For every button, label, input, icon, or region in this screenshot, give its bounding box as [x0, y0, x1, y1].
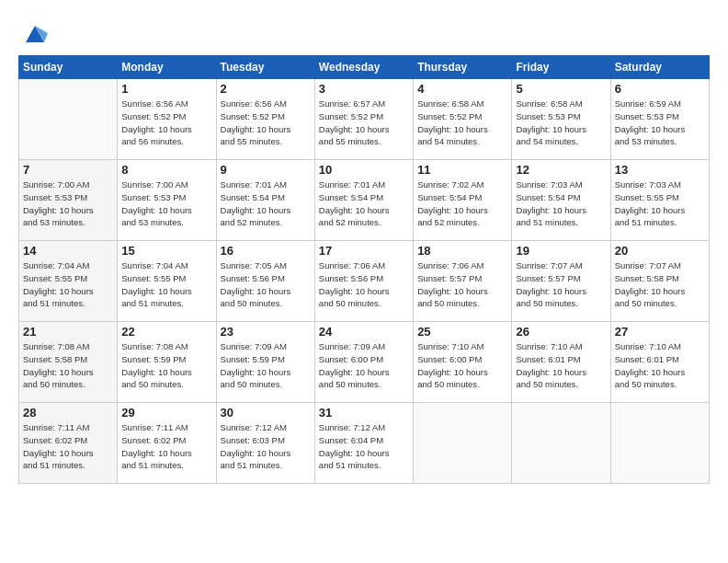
days-of-week-row: SundayMondayTuesdayWednesdayThursdayFrid… — [19, 56, 710, 79]
day-info: Sunrise: 6:57 AM Sunset: 5:52 PM Dayligh… — [319, 98, 409, 148]
calendar-cell: 22Sunrise: 7:08 AM Sunset: 5:59 PM Dayli… — [118, 322, 216, 403]
day-info: Sunrise: 7:12 AM Sunset: 6:03 PM Dayligh… — [221, 421, 311, 472]
calendar-cell: 7Sunrise: 7:00 AM Sunset: 5:53 PM Daylig… — [19, 160, 118, 241]
day-info: Sunrise: 6:56 AM Sunset: 5:52 PM Dayligh… — [121, 98, 211, 148]
calendar-cell: 1Sunrise: 6:56 AM Sunset: 5:52 PM Daylig… — [118, 79, 216, 160]
calendar-cell: 13Sunrise: 7:03 AM Sunset: 5:55 PM Dayli… — [610, 160, 709, 241]
calendar-week-row: 14Sunrise: 7:04 AM Sunset: 5:55 PM Dayli… — [19, 241, 710, 322]
day-info: Sunrise: 7:07 AM Sunset: 5:58 PM Dayligh… — [615, 259, 705, 310]
calendar-week-row: 1Sunrise: 6:56 AM Sunset: 5:52 PM Daylig… — [19, 79, 710, 160]
day-info: Sunrise: 7:06 AM Sunset: 5:56 PM Dayligh… — [319, 259, 409, 310]
day-info: Sunrise: 7:10 AM Sunset: 6:01 PM Dayligh… — [615, 340, 705, 391]
calendar-cell: 9Sunrise: 7:01 AM Sunset: 5:54 PM Daylig… — [216, 160, 314, 241]
day-number: 11 — [417, 163, 507, 177]
calendar-table: SundayMondayTuesdayWednesdayThursdayFrid… — [18, 55, 710, 484]
day-number: 7 — [23, 163, 113, 177]
day-of-week-header: Wednesday — [314, 56, 413, 79]
day-info: Sunrise: 7:01 AM Sunset: 5:54 PM Dayligh… — [319, 178, 409, 229]
calendar-header: SundayMondayTuesdayWednesdayThursdayFrid… — [19, 56, 710, 79]
day-info: Sunrise: 6:59 AM Sunset: 5:53 PM Dayligh… — [615, 98, 705, 148]
calendar-cell: 5Sunrise: 6:58 AM Sunset: 5:53 PM Daylig… — [512, 79, 610, 160]
day-info: Sunrise: 7:09 AM Sunset: 6:00 PM Dayligh… — [319, 340, 409, 391]
calendar-cell: 10Sunrise: 7:01 AM Sunset: 5:54 PM Dayli… — [314, 160, 413, 241]
day-info: Sunrise: 7:01 AM Sunset: 5:54 PM Dayligh… — [221, 178, 311, 229]
calendar-cell: 17Sunrise: 7:06 AM Sunset: 5:56 PM Dayli… — [314, 241, 413, 322]
day-of-week-header: Thursday — [414, 56, 512, 79]
calendar-cell: 24Sunrise: 7:09 AM Sunset: 6:00 PM Dayli… — [314, 322, 413, 403]
calendar-week-row: 21Sunrise: 7:08 AM Sunset: 5:58 PM Dayli… — [19, 322, 710, 403]
calendar-cell: 20Sunrise: 7:07 AM Sunset: 5:58 PM Dayli… — [610, 241, 709, 322]
day-number: 19 — [516, 244, 606, 258]
day-info: Sunrise: 6:58 AM Sunset: 5:53 PM Dayligh… — [516, 98, 606, 148]
day-number: 1 — [121, 82, 211, 96]
day-number: 6 — [615, 82, 705, 96]
calendar-cell: 4Sunrise: 6:58 AM Sunset: 5:52 PM Daylig… — [414, 79, 512, 160]
day-info: Sunrise: 7:08 AM Sunset: 5:59 PM Dayligh… — [121, 340, 211, 391]
day-number: 16 — [221, 244, 311, 258]
calendar-cell: 30Sunrise: 7:12 AM Sunset: 6:03 PM Dayli… — [216, 403, 314, 484]
day-info: Sunrise: 7:02 AM Sunset: 5:54 PM Dayligh… — [417, 178, 507, 229]
day-info: Sunrise: 7:04 AM Sunset: 5:55 PM Dayligh… — [23, 259, 113, 310]
day-info: Sunrise: 6:56 AM Sunset: 5:52 PM Dayligh… — [221, 98, 311, 148]
calendar-cell: 27Sunrise: 7:10 AM Sunset: 6:01 PM Dayli… — [610, 322, 709, 403]
calendar-cell: 31Sunrise: 7:12 AM Sunset: 6:04 PM Dayli… — [314, 403, 413, 484]
calendar-cell — [19, 79, 118, 160]
logo — [18, 20, 48, 46]
day-number: 4 — [417, 82, 507, 96]
day-number: 18 — [417, 244, 507, 258]
day-of-week-header: Friday — [512, 56, 610, 79]
day-number: 24 — [319, 325, 409, 339]
calendar-cell: 16Sunrise: 7:05 AM Sunset: 5:56 PM Dayli… — [216, 241, 314, 322]
day-number: 14 — [23, 244, 113, 258]
day-number: 30 — [221, 406, 311, 419]
day-number: 9 — [221, 163, 311, 177]
calendar-cell: 21Sunrise: 7:08 AM Sunset: 5:58 PM Dayli… — [19, 322, 118, 403]
day-info: Sunrise: 7:03 AM Sunset: 5:54 PM Dayligh… — [516, 178, 606, 229]
page: SundayMondayTuesdayWednesdayThursdayFrid… — [0, 0, 728, 563]
calendar-cell: 26Sunrise: 7:10 AM Sunset: 6:01 PM Dayli… — [512, 322, 610, 403]
day-number: 28 — [23, 406, 113, 419]
calendar-week-row: 28Sunrise: 7:11 AM Sunset: 6:02 PM Dayli… — [19, 403, 710, 484]
day-number: 15 — [121, 244, 211, 258]
day-number: 8 — [121, 163, 211, 177]
day-of-week-header: Monday — [118, 56, 216, 79]
calendar-cell: 29Sunrise: 7:11 AM Sunset: 6:02 PM Dayli… — [118, 403, 216, 484]
day-info: Sunrise: 7:12 AM Sunset: 6:04 PM Dayligh… — [319, 421, 409, 472]
day-info: Sunrise: 7:07 AM Sunset: 5:57 PM Dayligh… — [516, 259, 606, 310]
day-info: Sunrise: 7:11 AM Sunset: 6:02 PM Dayligh… — [121, 421, 211, 472]
day-number: 17 — [319, 244, 409, 258]
calendar-cell: 6Sunrise: 6:59 AM Sunset: 5:53 PM Daylig… — [610, 79, 709, 160]
day-info: Sunrise: 7:10 AM Sunset: 6:00 PM Dayligh… — [417, 340, 507, 391]
day-info: Sunrise: 7:06 AM Sunset: 5:57 PM Dayligh… — [417, 259, 507, 310]
calendar-cell: 14Sunrise: 7:04 AM Sunset: 5:55 PM Dayli… — [19, 241, 118, 322]
calendar-cell: 2Sunrise: 6:56 AM Sunset: 5:52 PM Daylig… — [216, 79, 314, 160]
day-of-week-header: Tuesday — [216, 56, 314, 79]
calendar-cell: 23Sunrise: 7:09 AM Sunset: 5:59 PM Dayli… — [216, 322, 314, 403]
calendar-cell — [414, 403, 512, 484]
day-of-week-header: Sunday — [19, 56, 118, 79]
day-of-week-header: Saturday — [610, 56, 709, 79]
day-info: Sunrise: 7:05 AM Sunset: 5:56 PM Dayligh… — [221, 259, 311, 310]
calendar-cell — [610, 403, 709, 484]
day-info: Sunrise: 7:00 AM Sunset: 5:53 PM Dayligh… — [121, 178, 211, 229]
day-number: 20 — [615, 244, 705, 258]
day-number: 22 — [121, 325, 211, 339]
calendar-cell: 15Sunrise: 7:04 AM Sunset: 5:55 PM Dayli… — [118, 241, 216, 322]
calendar-cell: 8Sunrise: 7:00 AM Sunset: 5:53 PM Daylig… — [118, 160, 216, 241]
day-number: 21 — [23, 325, 113, 339]
day-number: 12 — [516, 163, 606, 177]
calendar-body: 1Sunrise: 6:56 AM Sunset: 5:52 PM Daylig… — [19, 79, 710, 484]
calendar-cell: 28Sunrise: 7:11 AM Sunset: 6:02 PM Dayli… — [19, 403, 118, 484]
day-number: 23 — [221, 325, 311, 339]
day-info: Sunrise: 7:09 AM Sunset: 5:59 PM Dayligh… — [221, 340, 311, 391]
calendar-cell: 12Sunrise: 7:03 AM Sunset: 5:54 PM Dayli… — [512, 160, 610, 241]
day-number: 26 — [516, 325, 606, 339]
day-info: Sunrise: 7:10 AM Sunset: 6:01 PM Dayligh… — [516, 340, 606, 391]
day-info: Sunrise: 7:04 AM Sunset: 5:55 PM Dayligh… — [121, 259, 211, 310]
day-number: 29 — [121, 406, 211, 419]
day-number: 25 — [417, 325, 507, 339]
day-number: 27 — [615, 325, 705, 339]
calendar-cell: 11Sunrise: 7:02 AM Sunset: 5:54 PM Dayli… — [414, 160, 512, 241]
header — [18, 17, 710, 46]
day-info: Sunrise: 6:58 AM Sunset: 5:52 PM Dayligh… — [417, 98, 507, 148]
